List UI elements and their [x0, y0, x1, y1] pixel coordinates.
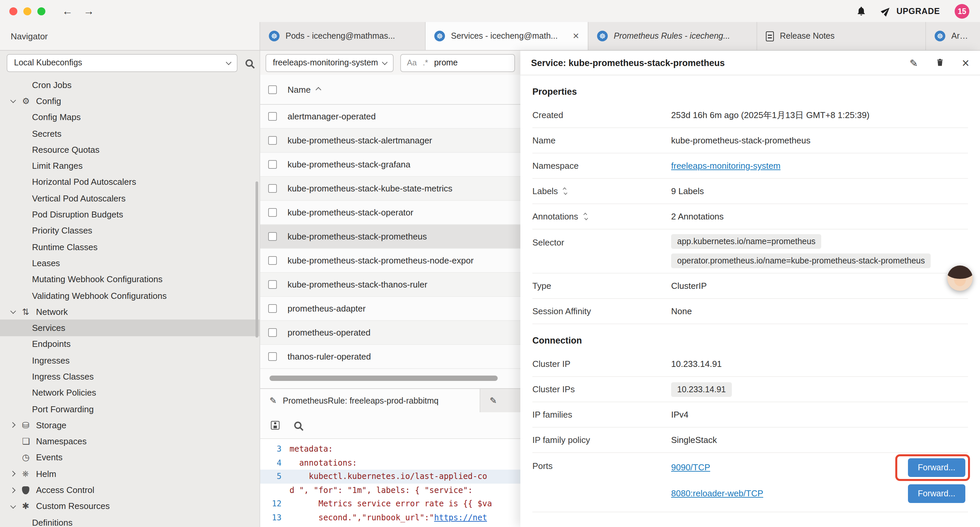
sidebar-item-services[interactable]: Services: [0, 320, 259, 336]
chevron-right-icon[interactable]: [11, 472, 22, 476]
value-badge: app.kubernetes.io/name=prometheus: [671, 234, 822, 249]
regex-toggle[interactable]: .*: [423, 58, 428, 67]
expander-icon[interactable]: [564, 188, 567, 195]
forward-button[interactable]: Forward...: [908, 484, 965, 503]
sidebar-item-storage[interactable]: ⛁Storage: [0, 417, 259, 433]
kubeconfig-selector[interactable]: Local Kubeconfigs: [7, 54, 237, 72]
table-row[interactable]: kube-prometheus-stack-thanos-ruler: [260, 273, 520, 297]
row-checkbox[interactable]: [268, 112, 277, 121]
sidebar-item-namespaces[interactable]: ❏Namespaces: [0, 433, 259, 450]
sidebar-item-ingresses[interactable]: Ingresses: [0, 352, 259, 369]
edit-icon[interactable]: ✎: [910, 58, 918, 68]
notifications-bell-icon[interactable]: [856, 5, 866, 17]
sidebar-item-limit-ranges[interactable]: Limit Ranges: [0, 158, 259, 174]
chevron-right-icon[interactable]: [11, 423, 22, 427]
table-row[interactable]: kube-prometheus-stack-prometheus-node-ex…: [260, 249, 520, 273]
close-window-button[interactable]: [10, 7, 18, 15]
sidebar-item-secrets[interactable]: Secrets: [0, 126, 259, 142]
sidebar-item-custom-resources[interactable]: ✱Custom Resources: [0, 498, 259, 514]
titlebar-right: UPGRADE 15: [856, 4, 970, 18]
yaml-editor[interactable]: 3metadata:4 annotations:5 kubectl.kubern…: [260, 439, 520, 527]
editor-search-icon[interactable]: [294, 422, 302, 429]
match-case-toggle[interactable]: Aa: [407, 58, 417, 67]
chevron-right-icon[interactable]: [11, 488, 22, 492]
horizontal-scrollbar[interactable]: [269, 376, 498, 381]
table-row[interactable]: kube-prometheus-stack-operator: [260, 201, 520, 225]
table-row[interactable]: kube-prometheus-stack-alertmanager: [260, 129, 520, 153]
table-row[interactable]: thanos-ruler-operated: [260, 345, 520, 369]
editor-line: 4 annotations:: [260, 456, 520, 470]
row-checkbox[interactable]: [268, 184, 277, 193]
sidebar-item-vertical-pod-autoscalers[interactable]: Vertical Pod Autoscalers: [0, 190, 259, 207]
chevron-down-icon[interactable]: [11, 99, 22, 103]
expander-icon[interactable]: [584, 213, 587, 220]
sidebar-item-runtime-classes[interactable]: Runtime Classes: [0, 239, 259, 255]
dock-tab-partial[interactable]: ✎: [480, 389, 520, 412]
table-row[interactable]: prometheus-adapter: [260, 297, 520, 321]
sidebar-item-cron-jobs[interactable]: Cron Jobs: [0, 77, 259, 93]
row-checkbox[interactable]: [268, 160, 277, 169]
back-button[interactable]: ←: [60, 5, 75, 17]
close-tab-icon[interactable]: ×: [573, 31, 579, 41]
row-checkbox[interactable]: [268, 280, 277, 289]
sidebar-item-config[interactable]: ⚙Config: [0, 93, 259, 110]
notification-count-badge[interactable]: 15: [955, 4, 969, 18]
namespace-link[interactable]: freeleaps-monitoring-system: [671, 161, 781, 171]
sidebar-item-port-forwarding[interactable]: Port Forwarding: [0, 401, 259, 417]
upgrade-button[interactable]: UPGRADE: [881, 6, 940, 16]
table-row[interactable]: kube-prometheus-stack-kube-state-metrics: [260, 177, 520, 201]
sidebar-item-validating-webhook-configurations[interactable]: Validating Webhook Configurations: [0, 288, 259, 304]
dock-tab[interactable]: ✎PrometheusRule: freeleaps-prod-rabbitmq: [260, 389, 480, 412]
sidebar-item-events[interactable]: ◷Events: [0, 450, 259, 466]
sidebar-item-network[interactable]: ⇅Network: [0, 304, 259, 320]
table-row[interactable]: prometheus-operated: [260, 321, 520, 345]
row-checkbox[interactable]: [268, 208, 277, 217]
search-icon[interactable]: [245, 59, 253, 66]
tab-services-icecheng-math[interactable]: ☸Services - icecheng@math...×: [426, 22, 589, 50]
delete-icon[interactable]: [935, 57, 945, 68]
row-checkbox[interactable]: [268, 136, 277, 145]
row-checkbox[interactable]: [268, 304, 277, 313]
chevron-down-icon[interactable]: [11, 310, 22, 314]
avatar[interactable]: [947, 266, 973, 291]
table-row[interactable]: alertmanager-operated: [260, 105, 520, 129]
row-checkbox[interactable]: [268, 352, 277, 361]
sidebar-item-leases[interactable]: Leases: [0, 255, 259, 272]
zoom-window-button[interactable]: [37, 7, 45, 15]
sidebar-item-mutating-webhook-configurations[interactable]: Mutating Webhook Configurations: [0, 271, 259, 288]
sidebar-item-helm[interactable]: ⎈Helm: [0, 466, 259, 482]
sidebar-item-endpoints[interactable]: Endpoints: [0, 336, 259, 353]
column-header-name[interactable]: Name: [288, 84, 321, 94]
sidebar-item-network-policies[interactable]: Network Policies: [0, 385, 259, 401]
chevron-down-icon[interactable]: [11, 504, 22, 508]
table-row[interactable]: kube-prometheus-stack-prometheus: [260, 225, 520, 249]
tab-prometheus-rules-icecheng[interactable]: ☸Prometheus Rules - icecheng...: [589, 22, 757, 50]
row-checkbox[interactable]: [268, 232, 277, 241]
row-checkbox[interactable]: [268, 256, 277, 265]
sidebar-item-definitions[interactable]: Definitions: [0, 514, 259, 527]
sidebar-scrollbar[interactable]: [256, 182, 258, 338]
tab-argo-se[interactable]: ☸Argo Se: [926, 22, 980, 50]
minimize-window-button[interactable]: [23, 7, 31, 15]
sidebar-item-access-control[interactable]: Access Control: [0, 482, 259, 498]
forward-button[interactable]: →: [81, 5, 96, 17]
port-link[interactable]: 8080:reloader-web/TCP: [671, 488, 763, 498]
table-search-input[interactable]: Aa .* prome: [400, 54, 515, 72]
forward-button[interactable]: Forward...: [908, 458, 965, 477]
namespace-filter[interactable]: freeleaps-monitoring-system: [266, 54, 394, 72]
select-all-checkbox[interactable]: [268, 85, 277, 94]
sidebar-item-pod-disruption-budgets[interactable]: Pod Disruption Budgets: [0, 207, 259, 223]
tab-pods-icecheng-mathmas[interactable]: ☸Pods - icecheng@mathmas...: [260, 22, 426, 50]
save-icon[interactable]: [271, 421, 280, 430]
sidebar-item-resource-quotas[interactable]: Resource Quotas: [0, 142, 259, 158]
sidebar-item-priority-classes[interactable]: Priority Classes: [0, 223, 259, 239]
close-icon[interactable]: ×: [962, 56, 969, 69]
table-row[interactable]: kube-prometheus-stack-grafana: [260, 153, 520, 177]
row-checkbox[interactable]: [268, 328, 277, 337]
port-link[interactable]: 9090/TCP: [671, 462, 710, 472]
sidebar-item-label: Custom Resources: [36, 502, 110, 511]
sidebar-item-horizontal-pod-autoscalers[interactable]: Horizontal Pod Autoscalers: [0, 174, 259, 191]
sidebar-item-ingress-classes[interactable]: Ingress Classes: [0, 369, 259, 385]
sidebar-item-config-maps[interactable]: Config Maps: [0, 109, 259, 126]
tab-release-notes[interactable]: Release Notes: [757, 22, 926, 50]
